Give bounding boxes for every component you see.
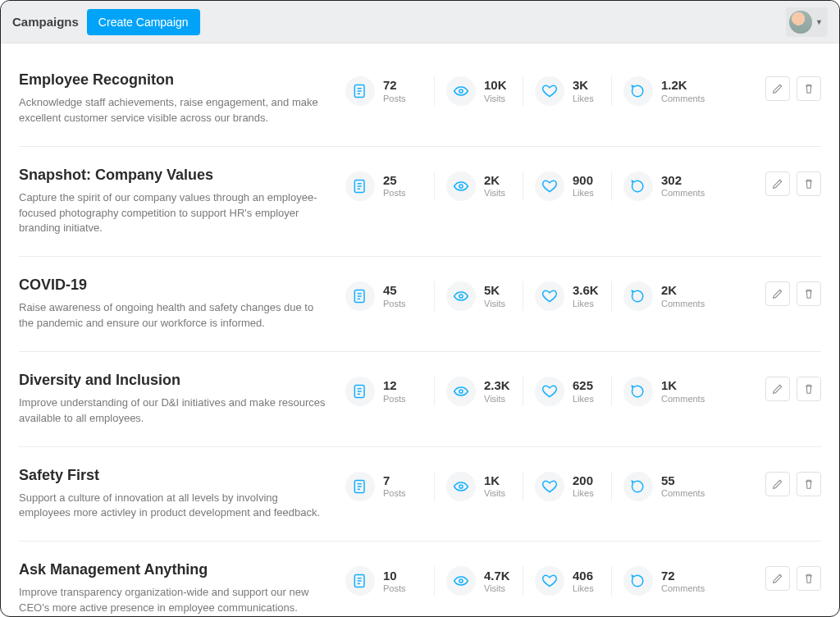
stat-comments: 302Comments	[611, 171, 716, 201]
delete-button[interactable]	[797, 566, 821, 591]
row-actions	[765, 167, 821, 196]
edit-button[interactable]	[765, 281, 790, 306]
campaign-row: COVID-19 Raise awareness of ongoing heal…	[19, 257, 821, 352]
comment-icon	[623, 171, 653, 201]
stat-likes: 625Likes	[523, 377, 611, 406]
campaign-stats: 10Posts 4.7KVisits 406Likes 72Comments	[345, 561, 751, 596]
campaign-description: Capture the spirit of our company values…	[19, 190, 331, 237]
stat-posts: 72Posts	[345, 76, 434, 106]
posts-icon	[345, 281, 375, 311]
campaign-title: Diversity and Inclusion	[19, 372, 331, 389]
chevron-down-icon: ▼	[815, 18, 823, 26]
comment-icon	[623, 76, 653, 106]
campaign-info: COVID-19 Raise awareness of ongoing heal…	[19, 277, 331, 331]
campaign-list: Employee Recogniton Acknowledge staff ac…	[1, 43, 839, 617]
stat-likes: 406Likes	[523, 566, 611, 596]
campaign-title: Safety First	[19, 467, 331, 484]
posts-icon	[345, 566, 375, 596]
heart-icon	[535, 171, 564, 201]
top-bar: Campaigns Create Campaign ▼	[1, 1, 839, 43]
page-title: Campaigns	[12, 15, 79, 29]
delete-button[interactable]	[797, 377, 821, 401]
comment-icon	[623, 377, 653, 406]
campaign-title: Ask Management Anything	[19, 561, 331, 578]
stat-posts: 12Posts	[345, 377, 434, 406]
heart-icon	[535, 76, 564, 106]
edit-button[interactable]	[765, 566, 790, 591]
eye-icon	[446, 472, 476, 501]
campaign-stats: 72Posts 10KVisits 3KLikes 1.2KComments	[345, 71, 751, 106]
stat-posts: 25Posts	[345, 171, 434, 201]
comment-icon	[623, 472, 653, 501]
campaign-description: Raise awareness of ongoing health and sa…	[19, 300, 331, 331]
delete-button[interactable]	[797, 76, 821, 101]
campaign-stats: 45Posts 5KVisits 3.6KLikes 2KComments	[345, 277, 751, 311]
row-actions	[765, 71, 821, 101]
campaign-row: Snapshot: Company Values Capture the spi…	[19, 147, 821, 258]
row-actions	[765, 372, 821, 401]
stat-likes: 900Likes	[523, 171, 611, 201]
create-campaign-button[interactable]: Create Campaign	[87, 9, 200, 35]
stat-likes: 200Likes	[523, 472, 611, 501]
heart-icon	[535, 281, 564, 311]
campaign-info: Snapshot: Company Values Capture the spi…	[19, 167, 331, 237]
posts-icon	[345, 377, 375, 406]
avatar	[789, 11, 812, 34]
comment-icon	[623, 281, 653, 311]
row-actions	[765, 467, 821, 496]
campaign-stats: 12Posts 2.3KVisits 625Likes 1KComments	[345, 372, 751, 406]
stat-comments: 72Comments	[611, 566, 716, 596]
campaign-row: Ask Management Anything Improve transpar…	[19, 542, 821, 617]
campaign-description: Improve understanding of our D&I initiat…	[19, 395, 331, 427]
stat-posts: 7Posts	[345, 472, 434, 501]
heart-icon	[535, 566, 564, 596]
edit-button[interactable]	[765, 171, 790, 196]
campaign-row: Safety First Support a culture of innova…	[19, 447, 821, 542]
eye-icon	[446, 281, 476, 311]
stat-posts: 10Posts	[345, 566, 434, 596]
campaign-info: Ask Management Anything Improve transpar…	[19, 561, 331, 616]
stat-visits: 2.3KVisits	[434, 377, 523, 406]
stat-visits: 1KVisits	[434, 472, 523, 501]
user-menu[interactable]: ▼	[786, 7, 828, 37]
campaign-row: Employee Recogniton Acknowledge staff ac…	[19, 52, 821, 147]
campaign-row: Diversity and Inclusion Improve understa…	[19, 352, 821, 447]
campaign-info: Diversity and Inclusion Improve understa…	[19, 372, 331, 427]
comment-icon	[623, 566, 653, 596]
stat-likes: 3KLikes	[523, 76, 611, 106]
campaign-description: Improve transparency organization-wide a…	[19, 585, 331, 616]
stat-comments: 55Comments	[611, 472, 716, 501]
stat-visits: 2KVisits	[434, 171, 523, 201]
stat-posts: 45Posts	[345, 281, 434, 311]
delete-button[interactable]	[797, 281, 821, 306]
campaign-title: Employee Recogniton	[19, 71, 331, 89]
posts-icon	[345, 171, 375, 201]
delete-button[interactable]	[797, 472, 821, 496]
eye-icon	[446, 171, 476, 201]
campaign-stats: 7Posts 1KVisits 200Likes 55Comments	[345, 467, 751, 501]
campaign-title: Snapshot: Company Values	[19, 167, 331, 184]
row-actions	[765, 277, 821, 306]
eye-icon	[446, 566, 476, 596]
delete-button[interactable]	[797, 171, 821, 196]
stat-comments: 1KComments	[611, 377, 716, 406]
stat-visits: 10KVisits	[434, 76, 523, 106]
campaign-description: Acknowledge staff achievements, raise en…	[19, 95, 331, 126]
posts-icon	[345, 76, 375, 106]
stat-comments: 2KComments	[611, 281, 716, 311]
heart-icon	[535, 377, 564, 406]
eye-icon	[446, 76, 476, 106]
eye-icon	[446, 377, 476, 406]
row-actions	[765, 561, 821, 591]
edit-button[interactable]	[765, 472, 790, 496]
heart-icon	[535, 472, 564, 501]
stat-comments: 1.2KComments	[611, 76, 716, 106]
campaign-info: Employee Recogniton Acknowledge staff ac…	[19, 71, 331, 126]
stat-visits: 4.7KVisits	[434, 566, 523, 596]
edit-button[interactable]	[765, 377, 790, 401]
stat-likes: 3.6KLikes	[523, 281, 611, 311]
edit-button[interactable]	[765, 76, 790, 101]
campaign-info: Safety First Support a culture of innova…	[19, 467, 331, 522]
campaign-description: Support a culture of innovation at all l…	[19, 491, 331, 522]
campaign-stats: 25Posts 2KVisits 900Likes 302Comments	[345, 167, 751, 201]
